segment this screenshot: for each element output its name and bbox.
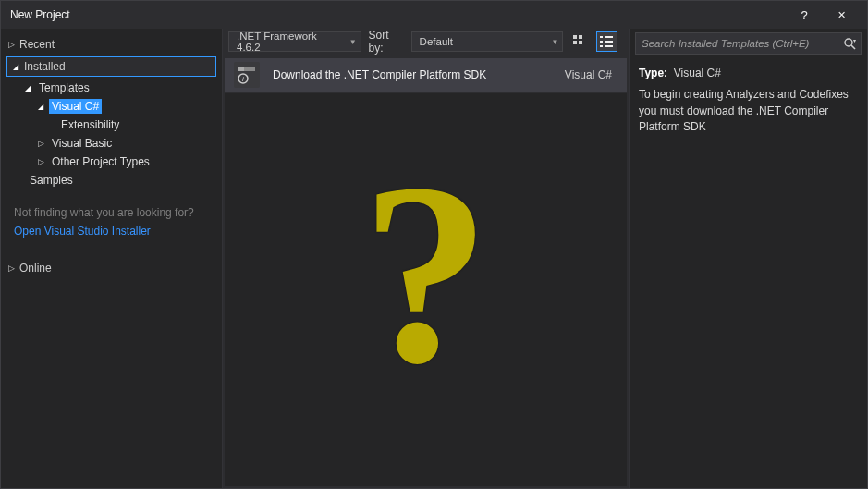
chevron-down-icon	[13, 62, 22, 71]
chevron-right-icon	[38, 139, 47, 148]
svg-text:i: i	[242, 75, 244, 83]
sort-value: Default	[420, 36, 453, 47]
framework-select[interactable]: .NET Framework 4.6.2 ▼	[228, 31, 361, 52]
template-icon: i	[234, 62, 260, 88]
window-title: New Project	[10, 8, 786, 21]
chevron-right-icon	[8, 40, 18, 49]
titlebar: New Project ? ✕	[1, 1, 867, 29]
question-mark-icon: ?	[361, 124, 491, 422]
tree-visual-csharp-label: Visual C#	[49, 99, 102, 114]
template-toolbar: .NET Framework 4.6.2 ▼ Sort by: Default …	[223, 29, 629, 55]
nav-installed[interactable]: Installed	[6, 56, 216, 77]
help-button[interactable]: ?	[786, 8, 823, 22]
tree-visual-basic[interactable]: Visual Basic	[38, 134, 222, 153]
dropdown-icon: ▼	[552, 38, 559, 46]
details-pane: Search Installed Templates (Ctrl+E) ▾ Ty…	[629, 29, 867, 488]
svg-rect-6	[600, 41, 603, 43]
svg-rect-11	[238, 67, 244, 71]
details-type-row: Type: Visual C#	[639, 66, 858, 81]
svg-line-15	[851, 45, 855, 49]
tree-extensibility-label: Extensibility	[58, 117, 122, 132]
svg-rect-4	[600, 36, 603, 38]
open-installer-link[interactable]: Open Visual Studio Installer	[14, 225, 209, 238]
template-name: Download the .NET Compiler Platform SDK	[273, 68, 565, 81]
nav-installed-label: Installed	[24, 60, 66, 73]
nav-recent-label: Recent	[19, 38, 55, 51]
tree-extensibility[interactable]: Extensibility	[58, 116, 222, 134]
svg-rect-1	[579, 35, 582, 39]
tree-visual-csharp[interactable]: Visual C#	[38, 97, 222, 116]
svg-point-14	[845, 39, 852, 46]
chevron-down-icon	[38, 102, 47, 111]
tree-templates-label: Templates	[36, 80, 92, 95]
sort-label: Sort by:	[367, 29, 406, 55]
dropdown-icon: ▼	[349, 38, 357, 46]
nav-online-label: Online	[19, 262, 52, 275]
nav-footer: Not finding what you are looking for? Op…	[1, 199, 222, 245]
svg-rect-8	[600, 45, 603, 47]
search-placeholder: Search Installed Templates (Ctrl+E)	[642, 38, 809, 49]
svg-rect-9	[605, 45, 613, 47]
template-lang: Visual C#	[565, 68, 617, 81]
close-button[interactable]: ✕	[823, 9, 860, 21]
template-pane: .NET Framework 4.6.2 ▼ Sort by: Default …	[223, 29, 629, 488]
svg-rect-3	[579, 41, 582, 44]
preview-area: ?	[225, 93, 627, 486]
sort-select[interactable]: Default ▼	[411, 31, 564, 52]
tree-samples-label: Samples	[27, 173, 76, 188]
details-type-value: Visual C#	[674, 67, 721, 79]
tree-other-project-types[interactable]: Other Project Types	[38, 153, 222, 171]
details-type-label: Type:	[639, 67, 667, 79]
svg-rect-5	[605, 36, 613, 38]
nav-footer-hint: Not finding what you are looking for?	[14, 206, 209, 219]
chevron-right-icon	[38, 157, 47, 166]
tree-visual-basic-label: Visual Basic	[49, 136, 115, 151]
chevron-down-icon	[25, 83, 34, 92]
framework-value: .NET Framework 4.6.2	[237, 31, 336, 53]
svg-rect-2	[573, 41, 577, 44]
tree-other-label: Other Project Types	[49, 154, 153, 169]
search-input[interactable]: Search Installed Templates (Ctrl+E)	[635, 32, 837, 55]
view-grid-button[interactable]	[568, 31, 590, 52]
nav-recent[interactable]: Recent	[1, 34, 222, 55]
svg-rect-7	[605, 41, 613, 43]
nav-online[interactable]: Online	[1, 258, 222, 278]
view-list-button[interactable]	[596, 31, 617, 52]
nav-pane: Recent Installed Templates Visual C# Ext…	[1, 29, 223, 488]
tree-samples[interactable]: Samples	[27, 171, 222, 189]
template-row[interactable]: i Download the .NET Compiler Platform SD…	[225, 58, 627, 92]
search-button[interactable]: ▾	[837, 32, 862, 55]
tree-templates[interactable]: Templates	[25, 79, 222, 97]
svg-text:▾: ▾	[853, 38, 856, 43]
details-description: To begin creating Analyzers and Codefixe…	[639, 87, 858, 135]
chevron-right-icon	[8, 263, 18, 273]
svg-rect-0	[573, 35, 577, 39]
